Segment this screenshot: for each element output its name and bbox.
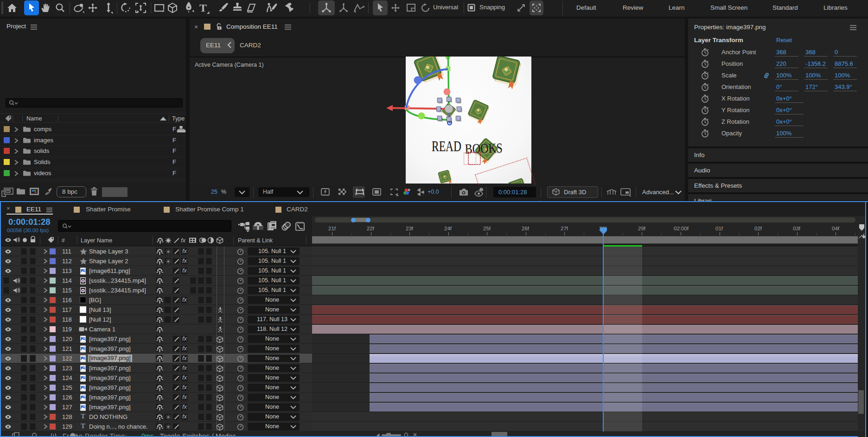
svg-text:READ: READ: [432, 138, 461, 154]
svg-text:BOOKS: BOOKS: [465, 140, 503, 156]
